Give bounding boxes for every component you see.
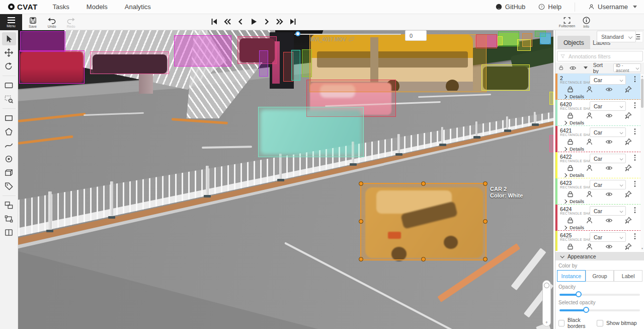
- annotation-stairs-box-magenta[interactable]: [174, 35, 231, 67]
- hidden-icon[interactable]: [605, 138, 613, 146]
- pinned-icon[interactable]: [624, 190, 632, 198]
- pinned-icon[interactable]: [624, 138, 632, 146]
- resize-handle[interactable]: [359, 257, 363, 261]
- resize-handle[interactable]: [421, 181, 426, 186]
- tool-cursor[interactable]: [2, 32, 16, 45]
- redo-button[interactable]: Redo: [62, 15, 79, 30]
- hidden-icon[interactable]: [605, 217, 613, 224]
- frame-slider-handle[interactable]: [295, 31, 300, 36]
- annotation-edge-box-pink[interactable]: [549, 135, 553, 152]
- annotation-car-box-red-2[interactable]: [476, 34, 497, 48]
- annotation-box-blue-tiny[interactable]: [540, 33, 551, 44]
- object-item-6421[interactable]: 6421RECTANGLE SHAPECarDetails: [555, 126, 641, 152]
- tool-draw-polygon[interactable]: [2, 125, 16, 138]
- hidden-icon[interactable]: [605, 164, 613, 172]
- plus-icon[interactable]: +: [543, 320, 550, 325]
- previous-button[interactable]: [235, 16, 246, 28]
- scroll-up-icon[interactable]: ▲: [640, 75, 644, 78]
- fullscreen-button[interactable]: Fullscreen: [558, 15, 576, 30]
- annotation-box-yellow-small[interactable]: [498, 36, 503, 45]
- frame-slider[interactable]: [294, 34, 401, 35]
- last-frame-button[interactable]: [287, 16, 298, 28]
- pinned-icon[interactable]: [624, 86, 632, 93]
- github-link[interactable]: GitHub: [496, 3, 525, 11]
- resize-handle[interactable]: [483, 219, 488, 224]
- selected-opacity-slider-handle[interactable]: [583, 307, 589, 313]
- hidden-icon[interactable]: [605, 86, 613, 93]
- annotations-filter-box[interactable]: [557, 51, 643, 61]
- appearance-header[interactable]: Appearance: [555, 252, 644, 260]
- object-label-select[interactable]: Car: [590, 180, 626, 189]
- pinned-icon[interactable]: [624, 243, 632, 250]
- first-frame-button[interactable]: [209, 16, 220, 28]
- lock-icon[interactable]: [567, 217, 574, 224]
- hidden-icon[interactable]: [605, 243, 613, 250]
- cvat-logo[interactable]: CVAT: [8, 3, 38, 11]
- occluded-icon[interactable]: [586, 190, 593, 198]
- tool-rotate[interactable]: [2, 59, 16, 73]
- annotation-edge-box-yellow[interactable]: [549, 92, 553, 105]
- sort-select[interactable]: ID - ascent: [613, 63, 641, 72]
- occluded-icon[interactable]: [586, 86, 593, 93]
- annotation-car-box-yellow[interactable]: [481, 64, 530, 91]
- object-label-select[interactable]: Car: [590, 101, 626, 111]
- object-details-toggle[interactable]: Details: [564, 120, 584, 125]
- object-actions-menu[interactable]: [632, 128, 637, 137]
- expand-all-icon[interactable]: [584, 67, 588, 69]
- object-details-toggle[interactable]: Details: [564, 146, 584, 152]
- forward-button[interactable]: [274, 16, 285, 28]
- hide-all-icon[interactable]: [570, 65, 576, 71]
- annotation-car-box-crimson[interactable]: [237, 36, 277, 64]
- nav-item-models[interactable]: Models: [87, 3, 108, 11]
- objects-list-scrollbar[interactable]: ▲ ▼: [640, 74, 644, 251]
- object-details-toggle[interactable]: Details: [564, 94, 584, 99]
- lock-all-icon[interactable]: [558, 64, 564, 71]
- tool-fit-image[interactable]: [2, 79, 16, 92]
- color-by-group-button[interactable]: Group: [586, 270, 614, 282]
- color-by-instance-button[interactable]: Instance: [557, 270, 586, 282]
- occluded-icon[interactable]: [586, 112, 593, 119]
- tool-move[interactable]: [2, 46, 16, 59]
- tool-split-track[interactable]: [2, 226, 16, 239]
- pinned-icon[interactable]: [624, 164, 632, 172]
- tool-select-region[interactable]: [2, 92, 16, 105]
- object-label-select[interactable]: Car: [590, 206, 626, 216]
- object-label-select[interactable]: Car: [590, 127, 626, 137]
- object-actions-menu[interactable]: [632, 102, 637, 110]
- opacity-slider-handle[interactable]: [576, 291, 582, 297]
- object-actions-menu[interactable]: [632, 76, 637, 84]
- object-actions-menu[interactable]: [632, 233, 637, 241]
- link-icon[interactable]: [349, 37, 354, 42]
- occluded-icon[interactable]: [586, 243, 593, 250]
- object-label-select[interactable]: Car: [590, 232, 626, 242]
- undo-button[interactable]: Undo: [43, 15, 60, 30]
- lock-icon[interactable]: [567, 112, 574, 119]
- color-by-label-button[interactable]: Label: [614, 270, 642, 282]
- object-details-toggle[interactable]: Details: [564, 225, 584, 230]
- object-item-6423[interactable]: 6423RECTANGLE SHAPECarDetails: [555, 178, 641, 205]
- tool-draw-polyline[interactable]: [2, 139, 16, 152]
- pinned-icon[interactable]: [624, 217, 632, 224]
- lock-icon[interactable]: [567, 243, 574, 250]
- tool-group-shapes[interactable]: [2, 212, 16, 225]
- frame-number-input[interactable]: [405, 30, 427, 41]
- annotation-car-box-purple[interactable]: [20, 31, 65, 52]
- object-actions-menu[interactable]: [632, 181, 637, 189]
- tool-draw-cuboid[interactable]: [2, 166, 16, 179]
- object-item-6420[interactable]: 6420RECTANGLE SHAPECarDetails: [555, 100, 641, 126]
- hidden-icon[interactable]: [605, 112, 613, 119]
- help-link[interactable]: ? Help: [538, 3, 561, 11]
- workspace-mode-select[interactable]: Standard: [597, 31, 636, 42]
- backward-button[interactable]: [222, 16, 233, 28]
- occluded-icon[interactable]: [586, 164, 593, 172]
- hidden-icon[interactable]: [605, 190, 613, 198]
- object-label-select[interactable]: Car: [590, 75, 626, 85]
- object-item-6422[interactable]: 6422RECTANGLE SHAPECarDetails: [555, 152, 641, 178]
- user-menu[interactable]: Username: [588, 3, 637, 11]
- object-item-6425[interactable]: 6425RECTANGLE SHAPECarDetails: [555, 231, 641, 251]
- resize-handle[interactable]: [359, 181, 363, 186]
- checkbox-black-borders[interactable]: Black borders: [558, 317, 597, 329]
- annotation-canvas[interactable]: CAR 2Color: White: [18, 30, 553, 329]
- lock-icon[interactable]: [567, 138, 574, 146]
- object-actions-menu[interactable]: [632, 207, 637, 215]
